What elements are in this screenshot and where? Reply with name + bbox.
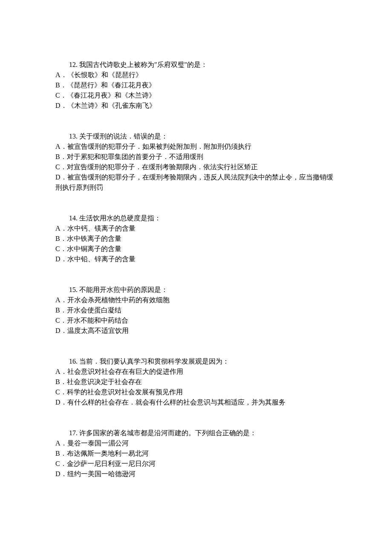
option-c: C．金沙萨一尼日利亚一尼日尔河 (55, 459, 337, 469)
option-d: D．《木兰诗》和《孔雀东南飞》 (55, 101, 337, 111)
question-number: 13. (69, 133, 78, 140)
question-body: 关于缓刑的说法．错误的是： (79, 133, 168, 140)
question-text: 15. 不能用开水煎中药的原因是： (55, 285, 337, 295)
option-b: B．开水会使蛋白凝结 (55, 305, 337, 315)
option-a: A．水中钙、镁离子的含量 (55, 223, 337, 234)
question-number: 12. (69, 61, 78, 68)
option-c: C．科学的社会意识对社会发展有预见作用 (55, 387, 337, 397)
question-number: 16. (69, 358, 78, 365)
option-c: C．水中铜离子的含量 (55, 244, 337, 254)
option-c: C．对宣告缓刑的犯罪分子．在缓刑考验期限内．依法实行社区矫正 (55, 162, 337, 172)
option-d: D．水中铅、锌离子的含量 (55, 254, 337, 264)
question-body: 当前．我们要认真学习和贯彻科学发展观是因为： (79, 358, 229, 365)
question-15: 15. 不能用开水煎中药的原因是： A．开水会杀死植物性中药的有效细胞 B．开水… (55, 285, 337, 336)
question-body: 生活饮用水的总硬度是指： (79, 214, 161, 222)
question-12: 12. 我国古代诗歌史上被称为"乐府双璧"的是： A．《长恨歌》和《琵琶行》 B… (55, 60, 337, 111)
option-a: A．开水会杀死植物性中药的有效细胞 (55, 295, 337, 305)
option-a: A．被宣告缓刑的犯罪分子．如果被判处附加刑．附加刑仍须执行 (55, 142, 337, 152)
option-a: A．曼谷一泰国一湄公河 (55, 438, 337, 448)
question-body: 我国古代诗歌史上被称为"乐府双璧"的是： (79, 61, 208, 68)
option-b: B．水中铁离子的含量 (55, 234, 337, 244)
question-text: 14. 生活饮用水的总硬度是指： (55, 213, 337, 223)
option-b: B．布达佩斯一奥地利一易北河 (55, 448, 337, 459)
question-text: 16. 当前．我们要认真学习和贯彻科学发展观是因为： (55, 356, 337, 367)
question-body: 不能用开水煎中药的原因是： (79, 286, 168, 293)
question-13: 13. 关于缓刑的说法．错误的是： A．被宣告缓刑的犯罪分子．如果被判处附加刑．… (55, 131, 337, 193)
option-d: D．纽约一美国一哈德逊河 (55, 469, 337, 479)
document-page: 12. 我国古代诗歌史上被称为"乐府双璧"的是： A．《长恨歌》和《琵琶行》 B… (0, 0, 392, 555)
question-text: 12. 我国古代诗歌史上被称为"乐府双璧"的是： (55, 60, 337, 70)
question-17: 17. 许多国家的著名城市都是沿河而建的。下列组合正确的是： A．曼谷一泰国一湄… (55, 428, 337, 479)
question-14: 14. 生活饮用水的总硬度是指： A．水中钙、镁离子的含量 B．水中铁离子的含量… (55, 213, 337, 264)
option-d: D．温度太高不适宜饮用 (55, 326, 337, 336)
option-d: D．被宣告缓刑的犯罪分子，在缓刑考验期限内，违反人民法院判决中的禁止令，应当撤销… (55, 172, 337, 193)
option-b: B．《琵琶行》和《春江花月夜》 (55, 80, 337, 90)
option-d: D．有什么样的社会存在．就会有什么样的社会意识与其相适应，并为其服务 (55, 397, 337, 408)
question-number: 15. (69, 286, 78, 293)
option-a: A．《长恨歌》和《琵琶行》 (55, 70, 337, 80)
option-b: B．对于累犯和犯罪集团的首要分子．不适用缓刑 (55, 152, 337, 162)
question-text: 13. 关于缓刑的说法．错误的是： (55, 131, 337, 142)
question-number: 14. (69, 214, 78, 222)
option-c: C．《春江花月夜》和《木兰诗》 (55, 90, 337, 101)
question-text: 17. 许多国家的著名城市都是沿河而建的。下列组合正确的是： (55, 428, 337, 438)
option-b: B．社会意识决定于社会存在 (55, 377, 337, 387)
question-body: 许多国家的著名城市都是沿河而建的。下列组合正确的是： (79, 429, 257, 436)
question-16: 16. 当前．我们要认真学习和贯彻科学发展观是因为： A．社会意识对社会存在有巨… (55, 356, 337, 408)
question-number: 17. (69, 429, 78, 436)
option-c: C．开水不能和中药结合 (55, 315, 337, 326)
option-a: A．社会意识对社会存在有巨大的促进作用 (55, 367, 337, 377)
